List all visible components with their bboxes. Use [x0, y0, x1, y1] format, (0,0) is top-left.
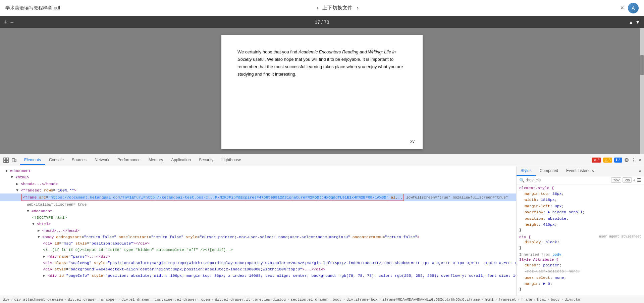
style-selector-element: element.style { — [519, 186, 641, 190]
tab-lighthouse[interactable]: Lighthouse — [217, 156, 245, 165]
pdf-text: We certainly hope that you find Academic… — [237, 48, 407, 78]
svg-rect-3 — [6, 161, 8, 163]
new-style-icon[interactable]: ☰ — [637, 177, 641, 183]
next-arrow[interactable]: › — [357, 4, 359, 11]
zoom-controls: + − — [4, 19, 14, 26]
style-prop-height: height: 410px; — [519, 222, 641, 228]
breadcrumb-iframe-box[interactable]: div.iframe-box — [346, 298, 377, 302]
breadcrumb-iframe[interactable]: iframe#MDAwMDAwMDAwMLWGy5SIqbtrhN6OcQ.if… — [382, 298, 480, 302]
breadcrumb-body[interactable]: body — [551, 298, 559, 302]
prev-arrow[interactable]: ‹ — [316, 4, 318, 11]
styles-tab-styles[interactable]: Styles — [517, 166, 536, 176]
element-toolbar-div[interactable]: <div style="background:#4e4e4e;text-alig… — [0, 266, 516, 272]
breadcrumb-div[interactable]: div — [3, 298, 9, 302]
info-badge: ℹ 3 — [614, 158, 622, 163]
element-msg[interactable]: <div id="msg" style="position:absolute">… — [0, 240, 516, 247]
cls-filter[interactable]: .cls — [623, 177, 632, 183]
scrollbar-thumb[interactable] — [640, 55, 644, 75]
devtools-tabs: Elements Console Sources Network Perform… — [20, 156, 245, 165]
tab-security[interactable]: Security — [195, 156, 217, 165]
avatar[interactable]: A — [628, 3, 639, 13]
styles-panel: Styles Computed Event Listeners » 🔍 :hov… — [517, 166, 644, 296]
more-options-icon[interactable]: ⋮ — [631, 157, 636, 163]
element-frameset[interactable]: ▼ <frameset rows="100%,*"> — [0, 187, 516, 193]
style-selector-div: div { user agent stylesheet — [519, 235, 641, 239]
element-webkitallow[interactable]: webkitallowfullscreen= true — [0, 201, 516, 208]
inspect-element-icon[interactable] — [3, 157, 9, 164]
device-toggle-icon[interactable] — [11, 157, 17, 164]
scroll-down-button[interactable]: ▼ — [635, 19, 640, 25]
tab-performance[interactable]: Performance — [113, 156, 145, 165]
element-scalemsg[interactable]: <div class="scaleMsg" style="position:ab… — [0, 260, 516, 266]
devtools-close-icon[interactable]: × — [638, 157, 641, 163]
styles-filter-input[interactable] — [526, 178, 610, 182]
devtools-toolbar: Elements Console Sources Network Perform… — [0, 154, 644, 166]
page-nav: + − 17 / 70 ▲ ▼ — [0, 16, 644, 28]
devtools-main: ▼ #document ▼ <html> ▶ <head>...</head> … — [0, 166, 644, 296]
warning-badge: △ 3 — [603, 158, 612, 163]
error-badge: ⊗ 3 — [592, 158, 601, 163]
scroll-arrows: ▲ ▼ — [629, 19, 640, 25]
style-selector-attr: Style Attribute { — [519, 257, 641, 262]
styles-tab-event-listeners[interactable]: Event Listeners — [562, 166, 598, 176]
style-prop-position: position: absolute; — [519, 216, 641, 222]
element-pageinfo[interactable]: ▶ <div id="pageInfo" style="position: ab… — [0, 272, 516, 279]
element-html[interactable]: ▼ <html> — [0, 174, 516, 180]
style-brace-close-element: } — [519, 228, 641, 232]
breadcrumb-div-ctn[interactable]: div#ctn — [565, 298, 580, 302]
breadcrumb-drawer-wrapper[interactable]: div.el-drawer__wrapper — [68, 298, 116, 302]
style-prop-overflow: overflow: ► hidden scroll; — [519, 209, 641, 215]
tab-application[interactable]: Application — [167, 156, 195, 165]
style-brace-close-div: } — [519, 246, 641, 250]
settings-icon[interactable]: ⚙ — [624, 157, 629, 163]
pdf-page: We certainly hope that you find Academic… — [221, 35, 423, 149]
element-html2[interactable]: ▼ <html> — [0, 221, 516, 227]
breadcrumb-frame[interactable]: frame — [521, 298, 532, 302]
breadcrumb: div › div.attachment-preview › div.el-dr… — [0, 296, 644, 303]
svg-rect-0 — [4, 158, 6, 160]
style-block-element: element.style { margin-top: 36px; width:… — [519, 186, 641, 232]
zoom-in-button[interactable]: + — [4, 19, 8, 26]
element-frame[interactable]: <frame src="https://document.ketangpai.c… — [0, 193, 516, 201]
nav-label[interactable]: 上下切换文件 — [322, 5, 353, 11]
svg-rect-4 — [12, 159, 15, 162]
tab-memory[interactable]: Memory — [145, 156, 167, 165]
element-doctype[interactable]: <!DOCTYPE html> — [0, 214, 516, 221]
breadcrumb-frameset[interactable]: frameset — [498, 298, 516, 302]
style-block-div: div { user agent stylesheet display: blo… — [519, 235, 641, 250]
devtools-right-icons: ⊗ 3 △ 3 ℹ 3 ⚙ ⋮ × — [592, 157, 641, 163]
styles-tab-computed[interactable]: Computed — [536, 166, 562, 176]
element-document[interactable]: ▼ #document — [0, 168, 516, 174]
breadcrumb-attachment-preview[interactable]: div.attachment-preview — [14, 298, 63, 302]
style-block-styleattr: Style Attribute { cursor: pointer; -moz-… — [519, 257, 641, 292]
element-parms[interactable]: ▶ <div name="parms">...</div> — [0, 253, 516, 260]
svg-rect-2 — [4, 161, 6, 163]
tab-console[interactable]: Console — [45, 156, 68, 165]
style-brace-close-attr: } — [519, 287, 641, 291]
scroll-up-button[interactable]: ▲ — [629, 19, 633, 25]
style-prop-user-select: user-select: none; — [519, 275, 641, 281]
close-button[interactable]: × — [620, 4, 624, 11]
pdf-scrollbar[interactable] — [640, 28, 644, 154]
element-head[interactable]: ▶ <head>...</head> — [0, 181, 516, 187]
element-head2[interactable]: ▶ <head>...</head> — [0, 227, 516, 234]
styles-tab-more[interactable]: » — [636, 166, 644, 176]
tab-elements[interactable]: Elements — [20, 156, 45, 165]
title-bar: 学术英语读写教程样章.pdf ‹ 上下切换文件 › × A — [0, 0, 644, 16]
breadcrumb-drawer-dialog[interactable]: div.el-drawer.ltr.preview-dialog — [215, 298, 286, 302]
breadcrumb-drawer-body[interactable]: section.el-drawer__body — [291, 298, 342, 302]
hover-filter[interactable]: :hov — [611, 177, 622, 183]
breadcrumb-drawer-container[interactable]: div.el-drawer__container.el-drawer__open — [121, 298, 210, 302]
element-comment-ie[interactable]: <!--[if lt IE 9]><input id="isIE8" type=… — [0, 247, 516, 253]
element-body[interactable]: ▼ <body ondragstart="return false" onsel… — [0, 234, 516, 240]
elements-panel[interactable]: ▼ #document ▼ <html> ▶ <head>...</head> … — [0, 166, 517, 296]
pdf-viewer: We certainly hope that you find Academic… — [0, 28, 644, 154]
breadcrumb-html[interactable]: html — [485, 298, 493, 302]
breadcrumb-html2[interactable]: html — [537, 298, 546, 302]
zoom-out-button[interactable]: − — [10, 19, 14, 26]
element-subdocument[interactable]: ▼ #document — [0, 208, 516, 214]
tab-sources[interactable]: Sources — [68, 156, 91, 165]
page-info: 17 / 70 — [315, 19, 329, 25]
add-style-icon[interactable]: + — [633, 177, 636, 183]
tab-network[interactable]: Network — [91, 156, 113, 165]
